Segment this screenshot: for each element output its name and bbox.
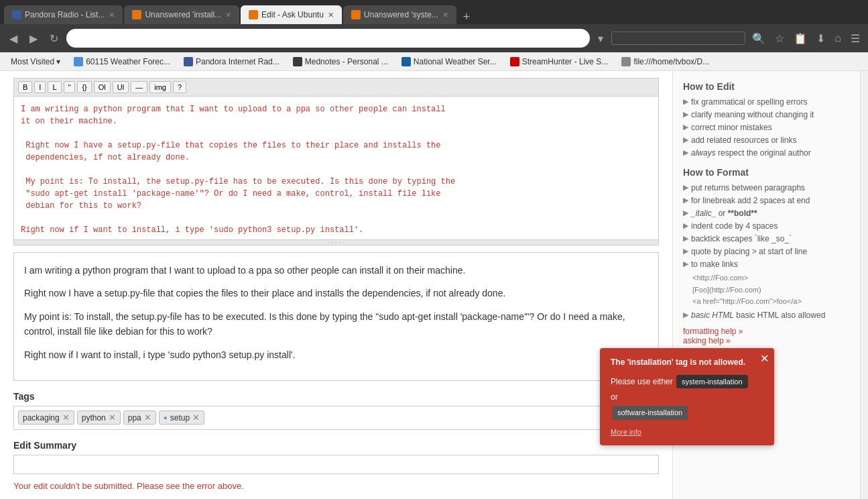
bookmark-most-visited[interactable]: Most Visited ▾ bbox=[5, 56, 66, 68]
menu-button[interactable]: ☰ bbox=[848, 30, 863, 48]
tags-input-area[interactable]: packaging ✕ python ✕ ppa ✕ setup ✕ bbox=[13, 406, 659, 430]
tag-chip-python: python ✕ bbox=[77, 410, 121, 425]
tab-pandora[interactable]: Pandora Radio - List... ✕ bbox=[4, 5, 123, 24]
sidebar-format-label-5: backtick escapes `like _so_` bbox=[691, 234, 792, 243]
tab-favicon-edit bbox=[249, 10, 258, 19]
bookmark-national-weather[interactable]: National Weather Ser... bbox=[396, 56, 502, 68]
toolbar-link[interactable]: L bbox=[48, 81, 61, 93]
bookmark-pandora[interactable]: Pandora Internet Rad... bbox=[178, 56, 285, 68]
sidebar-edit-label-1: fix grammatical or spelling errors bbox=[691, 97, 807, 107]
tag-remove-packaging[interactable]: ✕ bbox=[62, 412, 70, 423]
bookmark-weather[interactable]: 60115 Weather Forec... bbox=[68, 56, 176, 68]
sidebar-edit-item-2: ▶ clarify meaning without changing it bbox=[683, 110, 850, 119]
bookmark-icon-mednotes bbox=[293, 57, 302, 66]
arrow-icon-f5: ▶ bbox=[683, 234, 688, 243]
tab-label-pandora: Pandora Radio - List... bbox=[25, 10, 105, 19]
formatting-help-link[interactable]: formatting help » bbox=[683, 327, 743, 336]
sidebar-format-item-2: ▶ for linebreak add 2 spaces at end bbox=[683, 196, 850, 205]
toolbar-code[interactable]: {} bbox=[77, 81, 91, 93]
notification-close-button[interactable]: ✕ bbox=[760, 352, 769, 365]
tab-favicon-pandora bbox=[12, 10, 21, 19]
tab-edit-askubuntu[interactable]: Edit - Ask Ubuntu ✕ bbox=[241, 5, 342, 24]
search-bar[interactable]: debian netboot initramfs bbox=[611, 32, 745, 45]
tag-chip-packaging: packaging ✕ bbox=[18, 410, 74, 425]
toolbar-hr[interactable]: — bbox=[131, 81, 147, 93]
toolbar-img[interactable]: img bbox=[149, 81, 171, 93]
notification-option1-link[interactable]: system-installation bbox=[676, 375, 747, 389]
sidebar-format-item-7: ▶ to make links bbox=[683, 260, 850, 269]
bookmark-label-natweather: National Weather Ser... bbox=[414, 57, 497, 66]
bookmark-label-stream: StreamHunter - Live S... bbox=[522, 57, 609, 66]
most-visited-label: Most Visited bbox=[11, 57, 54, 66]
arrow-icon-f4: ▶ bbox=[683, 221, 688, 230]
bookmark-streamhunter[interactable]: StreamHunter - Live S... bbox=[505, 56, 614, 68]
edit-summary-section: Edit Summary removed installation tag. a… bbox=[13, 440, 659, 474]
tab-favicon-unanswered2 bbox=[351, 10, 361, 19]
bookmark-star-button[interactable]: ☆ bbox=[772, 30, 787, 48]
preview-para3: My point is: To install, the setup.py-fi… bbox=[24, 309, 648, 339]
refresh-button[interactable]: ↻ bbox=[46, 30, 62, 48]
tab-close-unanswered2[interactable]: ✕ bbox=[442, 11, 448, 19]
notification-option2-link[interactable]: software-installation bbox=[612, 406, 688, 420]
page-scrollbar[interactable] bbox=[860, 71, 868, 499]
bookmark-mednotes[interactable]: Mednotes - Personal ... bbox=[288, 56, 393, 68]
toolbar-bold[interactable]: B bbox=[18, 81, 32, 93]
tab-unanswered1[interactable]: Unanswered 'install... ✕ bbox=[124, 5, 239, 24]
sidebar-edit-item-3: ▶ correct minor mistakes bbox=[683, 123, 850, 132]
tag-name-ppa: ppa bbox=[128, 413, 141, 423]
tab-close-unanswered1[interactable]: ✕ bbox=[225, 11, 231, 19]
toolbar-ul[interactable]: Ul bbox=[113, 81, 129, 93]
toolbar-italic[interactable]: I bbox=[34, 81, 46, 93]
arrow-icon-5: ▶ bbox=[683, 148, 688, 157]
tab-close-edit[interactable]: ✕ bbox=[328, 11, 334, 19]
asking-help-link[interactable]: asking help » bbox=[683, 336, 731, 345]
sidebar-html-note: ▶ basic HTML basic HTML also allowed bbox=[683, 311, 850, 320]
tab-close-pandora[interactable]: ✕ bbox=[109, 11, 115, 19]
tag-chip-ppa: ppa ✕ bbox=[123, 410, 156, 425]
download-button[interactable]: ⬇ bbox=[814, 30, 828, 48]
notification-more-info-link[interactable]: More info bbox=[611, 427, 763, 438]
sidebar-format-item-3: ▶ _italic_ or **bold** bbox=[683, 209, 850, 218]
sidebar-format-item-6: ▶ quote by placing > at start of line bbox=[683, 247, 850, 256]
back-button[interactable]: ◀ bbox=[5, 30, 21, 48]
search-button[interactable]: 🔍 bbox=[749, 30, 768, 48]
bookmark-list-button[interactable]: 📋 bbox=[791, 30, 810, 48]
bookmark-icon-stream bbox=[510, 57, 519, 66]
toolbar-ol[interactable]: Ol bbox=[94, 81, 111, 93]
toolbar-quote[interactable]: " bbox=[64, 81, 76, 93]
preview-para2: Right now I have a setup.py-file that co… bbox=[24, 286, 648, 300]
tab-unanswered2[interactable]: Unanswered 'syste... ✕ bbox=[343, 5, 456, 24]
tag-remove-ppa[interactable]: ✕ bbox=[144, 412, 151, 423]
arrow-icon-f2: ▶ bbox=[683, 196, 688, 205]
tag-remove-setup[interactable]: ✕ bbox=[192, 412, 200, 423]
sidebar-links: formatting help » asking help » bbox=[683, 327, 850, 345]
tag-name-python: python bbox=[82, 413, 106, 423]
edit-summary-input[interactable]: removed installation tag. added packagin… bbox=[13, 455, 659, 474]
notification-body: Please use either bbox=[611, 377, 673, 386]
nav-bar: ◀ ▶ ↻ askubuntu.com/posts/347442/edit ▾ … bbox=[0, 24, 868, 52]
address-bar[interactable]: askubuntu.com/posts/347442/edit bbox=[66, 29, 590, 48]
tags-label: Tags bbox=[13, 391, 659, 402]
forward-button[interactable]: ▶ bbox=[25, 30, 42, 48]
link-example-3: <a href="http://Foo.com">foo</a> bbox=[692, 296, 850, 308]
home-button[interactable]: ⌂ bbox=[832, 30, 844, 47]
sidebar-format-label-4: indent code by 4 spaces bbox=[691, 221, 778, 231]
editor-resize-handle[interactable]: · · · · · bbox=[14, 239, 658, 245]
notification-popup: ✕ The 'installation' tag is not allowed.… bbox=[600, 348, 774, 446]
dropdown-button[interactable]: ▾ bbox=[594, 30, 607, 48]
sidebar-format-item-1: ▶ put returns between paragraphs bbox=[683, 183, 850, 192]
resize-dots: · · · · · bbox=[328, 239, 345, 246]
tab-label-unanswered1: Unanswered 'install... bbox=[145, 10, 221, 19]
bookmark-label-weather: 60115 Weather Forec... bbox=[86, 57, 170, 66]
editor-textarea[interactable]: I am writing a python program that I wan… bbox=[14, 97, 658, 237]
bookmark-icon-file bbox=[621, 57, 631, 66]
tab-label-unanswered2: Unanswered 'syste... bbox=[364, 10, 438, 19]
bookmark-icon-natweather bbox=[401, 57, 411, 66]
edit-summary-label: Edit Summary bbox=[13, 440, 659, 451]
bookmark-file[interactable]: file:///home/tvbox/D... bbox=[616, 56, 715, 68]
new-tab-button[interactable]: + bbox=[458, 10, 476, 24]
tag-remove-python[interactable]: ✕ bbox=[109, 412, 116, 423]
toolbar-help[interactable]: ? bbox=[173, 81, 186, 93]
tab-favicon-unanswered1 bbox=[132, 10, 141, 19]
sidebar-edit-label-3: correct minor mistakes bbox=[691, 123, 772, 132]
